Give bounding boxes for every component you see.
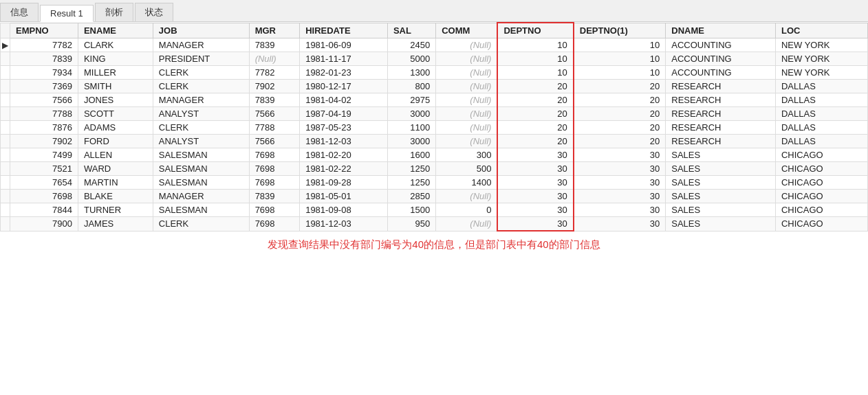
table-row: 7934MILLERCLERK77821982-01-231300(Null)1…: [1, 66, 868, 80]
col-header-empno: EMPNO: [10, 23, 78, 38]
col-header-marker: [1, 23, 10, 38]
table-cell: (Null): [436, 190, 498, 203]
table-cell: DALLAS: [775, 135, 867, 148]
tab-info[interactable]: 信息: [0, 3, 39, 21]
table-cell: 7566: [10, 93, 78, 107]
table-row: ▶7782CLARKMANAGER78391981-06-092450(Null…: [1, 38, 868, 52]
table-cell: RESEARCH: [666, 80, 776, 93]
table-cell: 1400: [436, 176, 498, 190]
table-cell: 1981-05-01: [300, 190, 388, 203]
table-cell: 500: [436, 162, 498, 176]
table-cell: ACCOUNTING: [666, 66, 776, 80]
table-cell: (Null): [436, 80, 498, 93]
col-header-job: JOB: [153, 23, 249, 38]
row-marker: [1, 93, 10, 107]
table-cell: 1981-12-03: [300, 217, 388, 232]
table-cell: 7654: [10, 176, 78, 190]
table-cell: 7566: [249, 107, 300, 121]
table-cell: 7782: [10, 38, 78, 52]
table-cell: BLAKE: [78, 190, 153, 203]
table-cell: CLARK: [78, 38, 153, 52]
table-cell: 7499: [10, 148, 78, 162]
table-cell: 1500: [387, 203, 435, 217]
table-cell: (Null): [436, 93, 498, 107]
table-cell: (Null): [436, 217, 498, 232]
table-cell: 10: [497, 38, 573, 52]
tab-status[interactable]: 状态: [135, 3, 173, 21]
table-cell: WARD: [78, 162, 153, 176]
table-cell: 1981-02-22: [300, 162, 388, 176]
table-cell: SMITH: [78, 80, 153, 93]
table-cell: CHICAGO: [775, 203, 867, 217]
table-cell: MARTIN: [78, 176, 153, 190]
table-row: 7788SCOTTANALYST75661987-04-193000(Null)…: [1, 107, 868, 121]
table-cell: ANALYST: [153, 135, 249, 148]
table-cell: 20: [497, 107, 573, 121]
row-marker: [1, 121, 10, 135]
table-cell: DALLAS: [775, 80, 867, 93]
table-cell: RESEARCH: [666, 121, 776, 135]
table-cell: RESEARCH: [666, 135, 776, 148]
table-cell: 0: [436, 203, 498, 217]
result-table-container: EMPNO ENAME JOB MGR HIREDATE SAL COMM DE…: [0, 22, 868, 232]
table-cell: 30: [574, 162, 666, 176]
row-marker: [1, 148, 10, 162]
table-cell: 1981-06-09: [300, 38, 388, 52]
table-row: 7654MARTINSALESMAN76981981-09-2812501400…: [1, 176, 868, 190]
table-row: 7902FORDANALYST75661981-12-033000(Null)2…: [1, 135, 868, 148]
table-cell: 1600: [387, 148, 435, 162]
table-cell: 10: [574, 66, 666, 80]
table-cell: 7698: [249, 217, 300, 232]
col-header-sal: SAL: [387, 23, 435, 38]
col-header-loc: LOC: [775, 23, 867, 38]
table-cell: 30: [497, 176, 573, 190]
table-cell: 20: [497, 121, 573, 135]
table-cell: CHICAGO: [775, 148, 867, 162]
table-cell: 1981-04-02: [300, 93, 388, 107]
table-cell: 20: [497, 80, 573, 93]
table-cell: 950: [387, 217, 435, 232]
table-cell: SALESMAN: [153, 203, 249, 217]
tab-bar: 信息 Result 1 剖析 状态: [0, 0, 868, 22]
table-cell: 20: [574, 121, 666, 135]
table-cell: 30: [574, 190, 666, 203]
tab-analysis[interactable]: 剖析: [95, 3, 133, 21]
table-cell: SALESMAN: [153, 148, 249, 162]
table-cell: 1981-09-28: [300, 176, 388, 190]
table-row: 7900JAMESCLERK76981981-12-03950(Null)303…: [1, 217, 868, 232]
table-cell: FORD: [78, 135, 153, 148]
table-cell: CHICAGO: [775, 190, 867, 203]
table-cell: 7698: [249, 148, 300, 162]
table-cell: MANAGER: [153, 93, 249, 107]
table-cell: 30: [574, 148, 666, 162]
table-cell: 1250: [387, 162, 435, 176]
table-cell: 300: [436, 148, 498, 162]
table-cell: 20: [497, 93, 573, 107]
table-cell: 5000: [387, 52, 435, 66]
table-cell: 30: [497, 148, 573, 162]
table-cell: 7698: [249, 162, 300, 176]
table-cell: PRESIDENT: [153, 52, 249, 66]
table-cell: 30: [497, 190, 573, 203]
table-cell: 7839: [249, 190, 300, 203]
table-cell: 20: [574, 80, 666, 93]
row-marker: [1, 107, 10, 121]
col-header-dname: DNAME: [666, 23, 776, 38]
table-cell: RESEARCH: [666, 107, 776, 121]
table-cell: 1987-05-23: [300, 121, 388, 135]
table-cell: 20: [574, 93, 666, 107]
table-cell: SALES: [666, 148, 776, 162]
table-cell: 7844: [10, 203, 78, 217]
table-cell: 1982-01-23: [300, 66, 388, 80]
table-cell: 7788: [249, 121, 300, 135]
tab-result1[interactable]: Result 1: [40, 5, 94, 22]
table-cell: JONES: [78, 93, 153, 107]
table-row: 7844TURNERSALESMAN76981981-09-0815000303…: [1, 203, 868, 217]
col-header-ename: ENAME: [78, 23, 153, 38]
table-cell: 3000: [387, 135, 435, 148]
table-cell: RESEARCH: [666, 93, 776, 107]
table-cell: 30: [497, 217, 573, 232]
table-cell: CLERK: [153, 80, 249, 93]
table-cell: 1981-12-03: [300, 135, 388, 148]
table-cell: 30: [574, 176, 666, 190]
